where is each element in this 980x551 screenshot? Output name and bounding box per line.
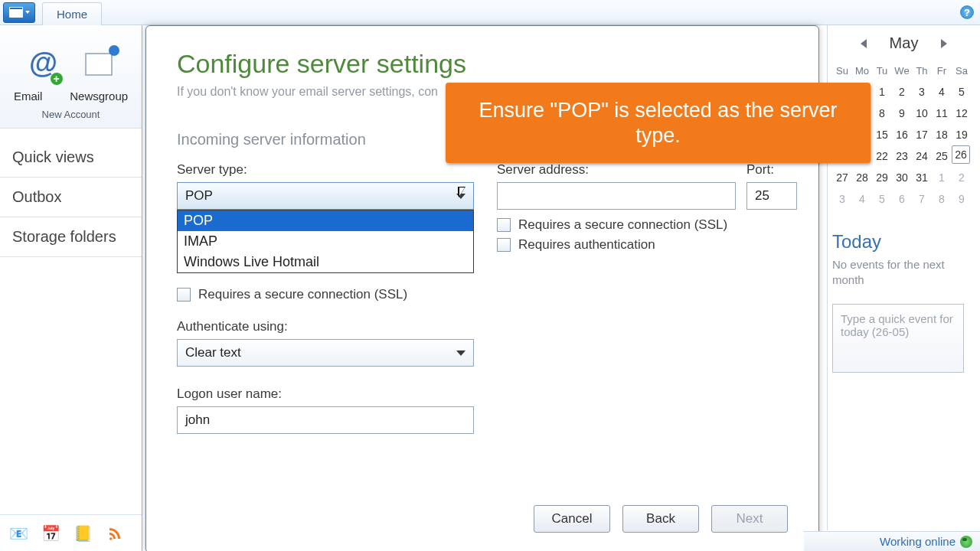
sidebar-item-storage[interactable]: Storage folders	[0, 217, 142, 257]
calendar-day[interactable]: 29	[872, 167, 892, 188]
port-label: Port:	[746, 162, 797, 178]
authenticate-value: Clear text	[185, 345, 241, 360]
ribbon: Home ?	[0, 0, 980, 25]
tab-home[interactable]: Home	[42, 2, 102, 25]
status-text: Working online	[880, 535, 956, 548]
email-account-button[interactable]: @ +	[26, 48, 61, 83]
calendar-day[interactable]: 4	[932, 81, 952, 103]
calendar-day[interactable]: 4	[852, 188, 872, 210]
new-account-group: @ + Email Newsgroup New Account	[0, 25, 142, 129]
newsgroup-icon	[85, 53, 113, 76]
requires-auth-label: Requires authentication	[518, 237, 655, 253]
instruction-banner: Ensure "POP" is selected as the server t…	[446, 83, 871, 163]
calendar-day[interactable]: 24	[912, 145, 932, 167]
calendar-day[interactable]: 18	[932, 124, 952, 145]
logon-label: Logon user name:	[177, 386, 474, 402]
next-button[interactable]: Next	[711, 505, 788, 533]
calendar-day[interactable]: 9	[952, 188, 972, 210]
calendar-day[interactable]: 5	[952, 81, 972, 103]
calendar-day[interactable]: 9	[892, 103, 912, 124]
server-address-input[interactable]	[497, 182, 736, 210]
mail-switch-icon[interactable]: 📧	[9, 524, 28, 543]
server-type-option-pop[interactable]: POP	[178, 210, 473, 231]
sidebar-item-outbox[interactable]: Outbox	[0, 178, 142, 217]
calendar-day[interactable]: 30	[892, 167, 912, 188]
authenticate-select[interactable]: Clear text	[177, 339, 474, 367]
cursor-icon	[458, 187, 467, 197]
calendar-day[interactable]: 19	[952, 124, 972, 145]
calendar-switch-icon[interactable]: 📅	[41, 524, 60, 543]
calendar-day[interactable]: 16	[892, 124, 912, 145]
back-button[interactable]: Back	[622, 505, 699, 533]
dialog-title: Configure server settings	[177, 49, 788, 79]
chevron-down-icon	[25, 11, 30, 14]
incoming-ssl-checkbox[interactable]	[177, 288, 191, 302]
logon-username-input[interactable]: john	[177, 406, 474, 434]
server-address-label: Server address:	[497, 162, 736, 178]
calendar-day[interactable]: 6	[892, 188, 912, 210]
authenticate-label: Authenticate using:	[177, 319, 474, 334]
sidebar-bottom-switch: 📧 📅 📒	[0, 514, 142, 551]
sidebar: @ + Email Newsgroup New Account Quick vi…	[0, 25, 142, 551]
calendar-day[interactable]: 8	[932, 188, 952, 210]
contacts-switch-icon[interactable]: 📒	[74, 524, 92, 543]
outgoing-ssl-checkbox[interactable]	[497, 218, 511, 232]
calendar-day[interactable]: 25	[932, 145, 952, 167]
app-menu-button[interactable]	[3, 2, 35, 23]
sidebar-item-quickviews[interactable]: Quick views	[0, 138, 142, 178]
calendar-day[interactable]: 7	[912, 188, 932, 210]
calendar-day[interactable]: 23	[892, 145, 912, 167]
server-type-label: Server type:	[177, 162, 474, 178]
calendar-dow: Su	[832, 60, 852, 81]
calendar-day[interactable]: 28	[852, 167, 872, 188]
server-type-option-hotmail[interactable]: Windows Live Hotmail	[178, 252, 473, 272]
next-month-button[interactable]	[941, 39, 947, 48]
prev-month-button[interactable]	[861, 39, 867, 48]
calendar-day[interactable]: 26	[952, 145, 970, 164]
newsgroup-account-button[interactable]	[81, 48, 116, 83]
status-bar: Working online	[804, 531, 980, 551]
outgoing-ssl-label: Requires a secure connection (SSL)	[518, 217, 727, 233]
calendar-dow: Sa	[952, 60, 972, 81]
calendar-dow: Tu	[872, 60, 892, 81]
calendar-day[interactable]: 31	[912, 167, 932, 188]
email-label: Email	[14, 90, 43, 103]
calendar-day[interactable]: 1	[872, 81, 892, 103]
today-heading: Today	[832, 231, 975, 253]
main-area: @ + Email Newsgroup New Account Quick vi…	[0, 25, 980, 551]
calendar-day[interactable]: 2	[952, 167, 972, 188]
calendar-dow: Mo	[852, 60, 872, 81]
chevron-down-icon	[456, 350, 466, 356]
calendar-day[interactable]: 17	[912, 124, 932, 145]
instruction-text: Ensure "POP" is selected as the server t…	[464, 98, 852, 148]
incoming-ssl-label: Requires a secure connection (SSL)	[198, 287, 407, 302]
help-icon[interactable]: ?	[960, 5, 974, 19]
requires-auth-checkbox[interactable]	[497, 238, 511, 252]
calendar-dow: Th	[912, 60, 932, 81]
calendar-month: May	[890, 34, 919, 52]
cancel-button[interactable]: Cancel	[534, 505, 610, 533]
calendar-day[interactable]: 1	[932, 167, 952, 188]
server-type-option-imap[interactable]: IMAP	[178, 231, 473, 252]
pin-icon	[109, 45, 119, 56]
calendar-day[interactable]: 22	[872, 145, 892, 167]
calendar-day[interactable]: 15	[872, 124, 892, 145]
calendar-day[interactable]: 10	[912, 103, 932, 124]
calendar-day[interactable]: 3	[912, 81, 932, 103]
server-type-dropdown: POP IMAP Windows Live Hotmail	[177, 210, 474, 273]
feeds-switch-icon[interactable]	[106, 524, 124, 543]
calendar-day[interactable]: 27	[832, 167, 852, 188]
calendar-day[interactable]: 3	[832, 188, 852, 210]
calendar-day[interactable]: 2	[892, 81, 912, 103]
quick-event-input[interactable]: Type a quick event for today (26-05)	[832, 304, 964, 373]
calendar-dow: We	[892, 60, 912, 81]
server-type-select[interactable]: POP	[177, 182, 474, 210]
newsgroup-label: Newsgroup	[70, 90, 128, 103]
calendar-day[interactable]: 12	[952, 103, 972, 124]
calendar-day[interactable]: 8	[872, 103, 892, 124]
port-input[interactable]: 25	[746, 182, 797, 210]
calendar-dow: Fr	[932, 60, 952, 81]
calendar-day[interactable]: 5	[872, 188, 892, 210]
calendar-day[interactable]: 11	[932, 103, 952, 124]
no-events-text: No events for the next month	[832, 257, 962, 287]
